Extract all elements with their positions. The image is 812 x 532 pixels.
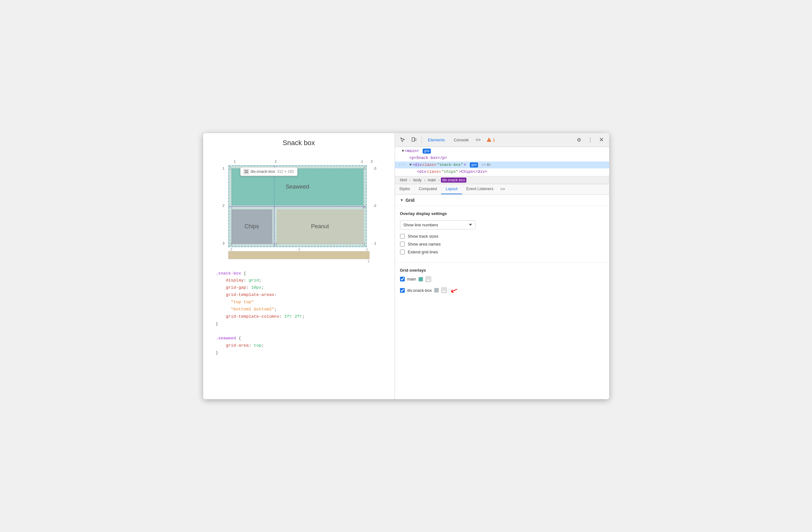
device-toggle-button[interactable] <box>409 135 419 145</box>
outer-3-label: 3 <box>368 260 369 263</box>
overlay-snack-box-icon[interactable] <box>441 288 447 293</box>
svg-rect-6 <box>442 288 444 290</box>
cell-peanut: Peanut <box>277 209 364 244</box>
svg-rect-4 <box>429 277 430 279</box>
line-num-right-neg1: -1 <box>373 241 376 245</box>
grid-collapse-arrow[interactable]: ▼ <box>400 198 404 202</box>
show-track-sizes-checkbox[interactable] <box>400 234 405 239</box>
tree-row-snack-box[interactable]: ··· ▼ <div class= "snack-box" > grid == … <box>395 162 609 168</box>
line-num-left-2: 2 <box>223 204 224 208</box>
sub-tabs: Styles Computed Layout Event Listeners >… <box>395 184 609 195</box>
cell-chips: Chips <box>231 209 272 244</box>
code-line-6: "bottom1 bottom2"; <box>216 306 382 313</box>
overlay-snack-box-label[interactable]: div.snack-box <box>407 288 432 293</box>
overlay-display-select[interactable]: Show line numbers Hide line names Show l… <box>400 220 476 229</box>
bottom-num-neg1: -1 <box>365 248 368 251</box>
grid-outer: Seaweed Chips Peanut 1 2 3 -2 -3 -2 -1 <box>228 165 367 247</box>
code-line-9: .seaweed { <box>216 335 382 342</box>
tree-arrow-main[interactable]: ▼ <box>402 148 404 154</box>
svg-rect-1 <box>415 139 416 141</box>
warning-badge: ! 1 <box>487 137 495 142</box>
line-num-left-1: 1 <box>223 167 224 170</box>
inner-num-1: 1 <box>230 167 231 170</box>
line-num-outer-neg1: -1 <box>360 159 363 163</box>
bottom-tan-area <box>228 251 369 259</box>
svg-rect-5 <box>426 279 430 281</box>
overlay-main-icon[interactable] <box>425 276 431 282</box>
grid-badge-snack: grid <box>470 163 478 167</box>
settings-button[interactable]: ⚙ <box>574 135 584 145</box>
overlay-main-label[interactable]: main <box>407 277 416 281</box>
grid-visualization: 1 -1 2 1 2 3 -3 -2 -1 3 Sea <box>228 165 369 264</box>
overlay-main-color[interactable] <box>419 277 423 281</box>
line-num-right-neg2: -2 <box>373 204 376 208</box>
code-line-5: "top top" <box>216 299 382 306</box>
left-panel: Snack box div.snack-box 312 × 182 1 -1 2… <box>203 133 395 399</box>
code-line-11: } <box>216 349 382 357</box>
devtools-toolbar: Elements Console >> ! 1 ⚙ ⋮ ✕ <box>395 133 609 147</box>
overlay-snack-box-color[interactable] <box>434 288 439 292</box>
sub-tab-overflow[interactable]: >> <box>498 184 508 194</box>
overlay-snack-box-checkbox[interactable] <box>400 288 405 293</box>
browser-window: Snack box div.snack-box 312 × 182 1 -1 2… <box>203 133 609 399</box>
overlay-main-checkbox[interactable] <box>400 277 405 281</box>
show-track-sizes-label[interactable]: Show track sizes <box>408 234 439 239</box>
tab-console[interactable]: Console <box>450 133 473 147</box>
tab-elements[interactable]: Elements <box>424 133 449 147</box>
red-arrow-indicator: ↙ <box>449 284 460 296</box>
code-panel: .snack-box { display: grid; grid-gap: 10… <box>216 270 382 357</box>
line-num-outer-2: 2 <box>275 159 277 163</box>
tree-row-p[interactable]: <p>Snack box</p> <box>395 155 609 162</box>
code-line-10: grid-area: top; <box>216 342 382 349</box>
code-line-blank <box>216 328 382 335</box>
show-area-names-row: Show area names <box>400 242 604 247</box>
tab-layout[interactable]: Layout <box>441 184 462 194</box>
html-tree: ▼ <main> grid <p>Snack box</p> ··· ▼ <di… <box>395 147 609 176</box>
tab-event-listeners[interactable]: Event Listeners <box>462 184 498 194</box>
show-track-sizes-row: Show track sizes <box>400 234 604 239</box>
tab-computed[interactable]: Computed <box>415 184 441 194</box>
line-num-outer-3: 3 <box>371 159 372 163</box>
bottom-num-neg2: -2 <box>298 248 300 251</box>
tab-styles[interactable]: Styles <box>395 184 415 194</box>
tooltip-class: div.snack-box <box>251 169 275 174</box>
tree-row-main[interactable]: ▼ <main> grid <box>395 148 609 155</box>
toolbar-divider <box>421 136 422 143</box>
code-line-7: grid-template-columns: 1fr 2fr; <box>216 313 382 320</box>
inspect-button[interactable] <box>397 135 408 145</box>
grid-overlays-section: Grid overlays main <box>395 263 609 304</box>
line-num-outer-1: 1 <box>234 159 236 163</box>
inner-num-neg2: -2 <box>363 205 365 209</box>
close-button[interactable]: ✕ <box>597 135 607 145</box>
extend-grid-lines-label[interactable]: Extend grid lines <box>408 250 438 254</box>
grid-overlays-title: Grid overlays <box>400 268 604 272</box>
more-button[interactable]: ⋮ <box>585 135 595 145</box>
bc-main[interactable]: main <box>426 178 437 183</box>
extend-grid-lines-checkbox[interactable] <box>400 250 405 254</box>
layout-content: ▼ Grid Overlay display settings Show lin… <box>395 195 609 399</box>
page-title: Snack box <box>203 133 395 150</box>
show-area-names-checkbox[interactable] <box>400 242 405 247</box>
code-line-3: grid-gap: 10px; <box>216 284 382 292</box>
inner-num-3: 3 <box>364 167 365 170</box>
code-line-1: .snack-box { <box>216 270 382 277</box>
line-numbers-dropdown-row: Show line numbers Hide line names Show l… <box>400 220 604 229</box>
tree-row-chips[interactable]: <div class= "chips" >Chips</div> <box>395 168 609 175</box>
svg-rect-8 <box>442 290 446 292</box>
extend-grid-lines-row: Extend grid lines <box>400 250 604 254</box>
svg-rect-3 <box>426 277 428 279</box>
warning-count: 1 <box>493 138 495 142</box>
main-content: Snack box div.snack-box 312 × 182 1 -1 2… <box>203 133 609 399</box>
show-area-names-label[interactable]: Show area names <box>408 242 441 247</box>
code-line-8: } <box>216 320 382 328</box>
grid-section-header: ▼ Grid <box>395 195 609 206</box>
tab-overflow[interactable]: >> <box>474 133 482 147</box>
element-tooltip: div.snack-box 312 × 182 <box>240 167 298 176</box>
bc-body[interactable]: body <box>412 178 423 183</box>
inner-num-neg3: -3 <box>230 242 232 246</box>
bc-snack-box[interactable]: div.snack-box <box>441 178 466 183</box>
grid-icon <box>244 169 249 174</box>
grid-section-title: Grid <box>405 198 415 203</box>
tree-arrow-snack[interactable]: ▼ <box>409 162 412 168</box>
bc-html[interactable]: html <box>399 178 408 183</box>
